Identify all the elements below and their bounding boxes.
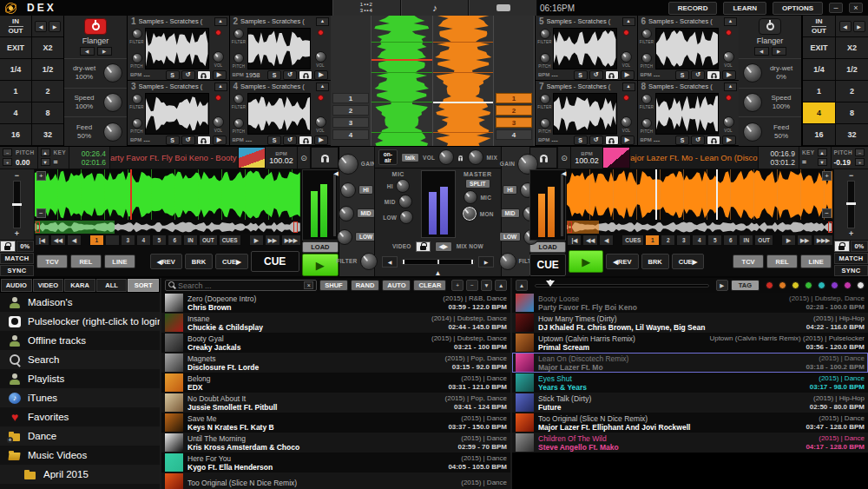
pitch-slider-track[interactable]	[13, 181, 21, 228]
sample-play-button[interactable]: ▶	[213, 135, 227, 145]
tag-color-dot[interactable]	[779, 281, 786, 289]
pitch-minus-button[interactable]: −	[3, 149, 12, 156]
sample-eject-button[interactable]: ▲	[724, 17, 737, 26]
tag-color-dot[interactable]	[831, 281, 838, 289]
track-row[interactable]: Stick Talk (Dirty)Future(2015) | Hip-Hop…	[512, 393, 868, 413]
talk-button[interactable]: talk	[401, 153, 419, 162]
volume-slider-a[interactable]: ◀	[333, 174, 336, 236]
sample-loop-button[interactable]: ↺	[589, 135, 603, 145]
loop-16-button[interactable]: 16	[0, 124, 31, 145]
cue-6-button[interactable]: 6	[723, 235, 738, 246]
tag-color-dot[interactable]	[805, 281, 812, 289]
sample-waveform[interactable]	[145, 93, 209, 135]
cue-4-button[interactable]: 4	[692, 235, 707, 246]
sample-waveform[interactable]	[247, 28, 312, 69]
sample-headphone-button[interactable]	[707, 70, 720, 80]
track-row[interactable]: Eyes ShutYears & Years(2015) | Dance03:1…	[512, 373, 868, 393]
record-button[interactable]: RECORD	[668, 2, 718, 15]
tab-video[interactable]: VIDEO	[33, 279, 64, 292]
sample-pitch-knob[interactable]	[132, 53, 142, 63]
sidebar-item-playlists[interactable]: Playlists	[0, 369, 160, 388]
fx-speed-knob[interactable]	[743, 93, 762, 112]
loop-quarter-button[interactable]: 1/4	[0, 59, 31, 80]
preview-play-button[interactable]: ▶	[716, 280, 728, 291]
headphone-mix-knob[interactable]	[468, 149, 483, 165]
track-row[interactable]: Booty LooseParty Favor Ft. Fly Boi Keno(…	[512, 293, 868, 313]
loop-4-button[interactable]: 4	[0, 102, 31, 123]
cue-1-button[interactable]: 1	[89, 235, 104, 246]
remove-track-button[interactable]: −	[466, 280, 478, 291]
eject-button[interactable]: ▲	[516, 280, 528, 291]
pitch-range-button[interactable]: 0%	[16, 241, 34, 252]
zoom-out-button[interactable]: −	[36, 208, 46, 218]
crossfade-left-button[interactable]: ◀	[382, 256, 398, 268]
line-mode-button[interactable]: LINE	[800, 254, 832, 268]
sample-play-button[interactable]: ▶	[213, 70, 227, 80]
mic-mid-knob[interactable]	[398, 195, 412, 208]
cue-strip-button-1[interactable]: 1	[332, 93, 369, 103]
learn-button[interactable]: LEARN	[723, 2, 766, 15]
fx-drywet-knob[interactable]	[743, 63, 762, 83]
crossfader-handle[interactable]	[437, 260, 439, 264]
tag-color-dot[interactable]	[844, 281, 852, 289]
loop-1-button[interactable]: 1	[803, 81, 835, 102]
beat-skip-fwd-button[interactable]: ▶	[49, 21, 61, 32]
key-down-button[interactable]: ▼	[41, 158, 50, 166]
loop-out-button[interactable]: OUT	[199, 235, 218, 246]
skip-start-button[interactable]: |◀	[567, 235, 582, 246]
options-button[interactable]: OPTIONS	[773, 2, 823, 15]
fx-next-button[interactable]: ▶	[97, 47, 112, 56]
cue-3-button[interactable]: 3	[676, 235, 691, 246]
cue-fwd-button[interactable]: CUE▶	[215, 254, 248, 269]
sidebar-item-search[interactable]: Search	[0, 350, 160, 369]
beat-skip-back-button[interactable]: ◀	[35, 21, 47, 32]
key-up-button[interactable]: ▲	[41, 149, 50, 156]
cue-strip-button-2[interactable]: 2	[496, 105, 532, 116]
loop-exit-button[interactable]: EXIT	[803, 37, 835, 58]
move-up-button[interactable]: ▲	[495, 280, 507, 291]
main-waveform-a[interactable]: + −	[35, 169, 301, 220]
close-button[interactable]: ×	[849, 3, 863, 13]
match-button[interactable]: MATCH	[0, 253, 34, 264]
step-fwd-button[interactable]: ▶	[781, 235, 796, 246]
sample-headphone-button[interactable]	[299, 135, 312, 145]
sample-waveform[interactable]	[247, 93, 312, 135]
fast-fwd-button[interactable]: ▶▶	[797, 235, 812, 246]
cue-5-button[interactable]: 5	[707, 235, 722, 246]
pitch-plus-button[interactable]: +	[3, 158, 12, 166]
sample-filter-knob[interactable]	[233, 29, 244, 39]
sample-eject-button[interactable]: ▲	[316, 83, 329, 91]
sample-waveform[interactable]	[145, 28, 209, 69]
loop-8-button[interactable]: 8	[32, 102, 63, 123]
loop-32-button[interactable]: 32	[32, 124, 63, 145]
loop-32-button[interactable]: 32	[836, 124, 868, 145]
cue-5-button[interactable]: 5	[152, 235, 167, 246]
rewind-button[interactable]: ◀◀	[582, 235, 598, 246]
sample-volume-knob[interactable]	[213, 51, 224, 63]
cue-strip-button-2[interactable]: 2	[332, 105, 369, 116]
sample-eject-button[interactable]: ▲	[622, 83, 635, 91]
gain-knob-a[interactable]	[338, 154, 358, 175]
pitch-minus-button[interactable]: −	[855, 149, 865, 156]
cue-strip-button-3[interactable]: 3	[496, 117, 532, 128]
sample-loop-button[interactable]: ↺	[283, 135, 297, 145]
pitch-slider-handle[interactable]	[846, 202, 856, 205]
keylock-button[interactable]	[834, 241, 850, 252]
filter-knob-a[interactable]	[360, 253, 378, 270]
cue-4-button[interactable]: 4	[136, 235, 151, 246]
cue-strip-button-1[interactable]: 1	[496, 93, 532, 103]
play-button-a[interactable]: ▶	[302, 254, 339, 276]
load-button-a[interactable]: LOAD	[302, 241, 339, 253]
play-button-b[interactable]: ▶	[569, 250, 603, 273]
add-track-button[interactable]: +	[451, 280, 464, 291]
zoom-in-button[interactable]: +	[36, 171, 46, 181]
loop-in-button[interactable]: IN	[183, 235, 198, 246]
mic-hi-knob[interactable]	[396, 179, 410, 193]
tcv-mode-button[interactable]: TCV	[733, 254, 764, 268]
sample-eject-button[interactable]: ▲	[622, 17, 635, 26]
sample-filter-knob[interactable]	[641, 29, 652, 39]
sidebar-item-madison-s[interactable]: Madison's	[0, 293, 160, 312]
loop-4-button[interactable]: 4	[803, 102, 835, 123]
tab-waveform-view[interactable]: ♪	[401, 0, 470, 16]
sample-volume-knob[interactable]	[315, 116, 326, 128]
